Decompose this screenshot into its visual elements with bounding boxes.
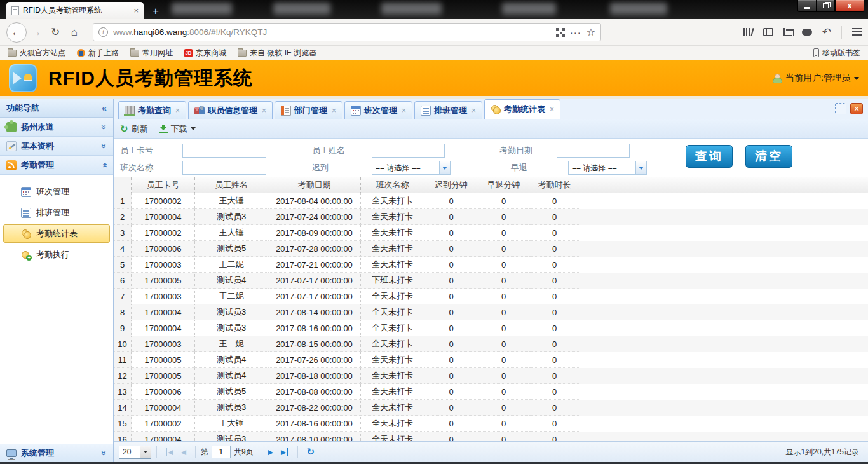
employee-name-input[interactable]	[372, 144, 445, 158]
table-row[interactable]: 917000004测试员32017-08-16 00:00:00全天未打卡000	[114, 320, 868, 336]
chevron-up-icon[interactable]: »	[100, 163, 109, 168]
table-row[interactable]: 417000006测试员52017-07-28 00:00:00全天未打卡000	[114, 241, 868, 257]
header-cell[interactable]: 迟到分钟	[424, 177, 478, 193]
window-close-button[interactable]: x	[835, 0, 864, 12]
sidebar-group-basic-data[interactable]: 基本资料 »	[0, 137, 113, 156]
attendance-date-input[interactable]	[557, 144, 630, 158]
tab-close-icon[interactable]: ×	[332, 106, 336, 115]
header-cell[interactable]: 员工卡号	[132, 177, 195, 193]
table-row[interactable]: 717000003王二妮2017-07-17 00:00:00全天未打卡000	[114, 289, 868, 304]
browser-tab[interactable]: RFID人员考勤管理系统 ×	[6, 2, 144, 19]
table-row[interactable]: 1217000005测试员42017-08-18 00:00:00全天未打卡00…	[114, 368, 868, 384]
sidebar-group-system[interactable]: 系统管理 »	[0, 444, 113, 462]
table-row[interactable]: 217000004测试员32017-07-24 00:00:00全天未打卡000	[114, 209, 868, 225]
messages-icon[interactable]	[802, 29, 812, 36]
early-leave-select[interactable]: == 请选择 ==	[568, 161, 647, 175]
select-arrow-icon[interactable]	[635, 161, 646, 174]
table-row[interactable]: 817000004测试员32017-08-14 00:00:00全天未打卡000	[114, 304, 868, 320]
chevron-down-icon[interactable]: »	[100, 451, 109, 456]
tab-close-icon[interactable]: ×	[175, 106, 180, 115]
tab-schedule[interactable]: 排班管理 ×	[414, 101, 482, 119]
chevron-down-icon[interactable]: »	[100, 144, 109, 149]
sidebar-header[interactable]: 功能导航 «	[0, 99, 113, 118]
bookmark-item[interactable]: 常用网址	[130, 48, 173, 58]
tab-close-icon[interactable]: ×	[550, 105, 554, 114]
tab-staff-info[interactable]: 职员信息管理 ×	[188, 101, 273, 119]
close-panel-icon[interactable]: ✕	[850, 103, 863, 114]
tab-close-icon[interactable]: ×	[402, 106, 406, 115]
mobile-bookmarks[interactable]: 移动版书签	[813, 48, 860, 58]
restore-button[interactable]	[817, 0, 835, 12]
url-text[interactable]: www.hanqi86.wang:8006/#!/Kq/RYKQTJ	[113, 27, 551, 37]
tab-department[interactable]: 部门管理 ×	[275, 101, 342, 119]
header-cell[interactable]: 考勤时长	[529, 177, 580, 193]
table-row[interactable]: 617000005测试员42017-07-17 00:00:00下班未打卡000	[114, 273, 868, 289]
select-arrow-icon[interactable]	[140, 446, 151, 459]
page-number-input[interactable]	[212, 446, 231, 458]
tab-close-icon[interactable]: ×	[133, 6, 139, 15]
sidebar-item-schedule-management[interactable]: 排班管理	[3, 203, 110, 222]
select-arrow-icon[interactable]	[439, 161, 450, 174]
current-user-menu[interactable]: 当前用户:管理员	[772, 72, 859, 84]
home-button[interactable]: ⌂	[65, 26, 84, 39]
table-row[interactable]: 317000002王大锤2017-08-09 00:00:00全天未打卡000	[114, 225, 868, 241]
tab-attendance-query[interactable]: 考勤查询 ×	[118, 101, 186, 119]
shift-name-input[interactable]	[182, 161, 266, 175]
card-number-input[interactable]	[182, 144, 266, 158]
header-cell[interactable]: 班次名称	[361, 177, 424, 193]
table-row[interactable]: 1017000003王二妮2017-08-15 00:00:00全天未打卡000	[114, 336, 868, 352]
download-button[interactable]: 下载	[159, 123, 196, 135]
prev-page-button[interactable]: ◀	[180, 448, 186, 456]
tab-close-icon[interactable]: ×	[471, 106, 476, 115]
library-icon[interactable]	[743, 27, 753, 37]
collapse-icon[interactable]: «	[102, 104, 107, 113]
table-row[interactable]: 1617000004测试员32017-08-10 00:00:00全天未打卡00…	[114, 432, 868, 441]
bookmark-star-icon[interactable]: ☆	[587, 26, 595, 38]
table-row[interactable]: 1317000006测试员52017-08-08 00:00:00全天未打卡00…	[114, 384, 868, 400]
header-cell[interactable]: 考勤日期	[268, 177, 361, 193]
screenshot-icon[interactable]	[783, 28, 792, 36]
table-row[interactable]: 1417000004测试员32017-08-22 00:00:00全天未打卡00…	[114, 400, 868, 416]
table-row[interactable]: 1517000002王大锤2017-08-16 00:00:00全天未打卡000	[114, 416, 868, 432]
tab-close-icon[interactable]: ×	[262, 106, 266, 115]
clear-button[interactable]: 清空	[745, 145, 792, 168]
query-button[interactable]: 查询	[686, 145, 733, 168]
tab-attendance-stats[interactable]: 考勤统计表 ×	[484, 99, 560, 119]
sidebar-group-yangzhou[interactable]: 扬州永道 »	[0, 118, 113, 137]
undo-icon[interactable]: ↶	[822, 28, 831, 37]
reload-button[interactable]: ↻	[46, 25, 65, 39]
late-select[interactable]: == 请选择 ==	[372, 161, 451, 175]
menu-icon[interactable]	[852, 28, 862, 36]
sidebar-item-shift-management[interactable]: 班次管理	[3, 182, 110, 201]
header-cell[interactable]: 员工姓名	[195, 177, 268, 193]
table-row[interactable]: 117000002王大锤2017-08-04 00:00:00全天未打卡000	[114, 193, 868, 209]
table-row[interactable]: 517000003王二妮2017-07-21 00:00:00全天未打卡000	[114, 257, 868, 273]
new-tab-button[interactable]: +	[147, 5, 164, 18]
sidebar-group-attendance[interactable]: 考勤管理 »	[0, 156, 113, 175]
site-info-icon[interactable]: i	[98, 27, 108, 37]
bookmark-item[interactable]: JD京东商城	[184, 48, 226, 58]
pager-refresh-icon[interactable]: ↻	[307, 446, 315, 458]
url-bar[interactable]: i www.hanqi86.wang:8006/#!/Kq/RYKQTJ ···…	[93, 23, 601, 41]
last-page-button[interactable]: ▶	[281, 448, 288, 456]
qr-code-icon[interactable]	[556, 28, 565, 37]
sidebar-item-attendance-exec[interactable]: 考勤执行	[3, 245, 110, 264]
header-cell[interactable]: 早退分钟	[478, 177, 529, 193]
tab-shift[interactable]: 班次管理 ×	[344, 101, 412, 119]
page-size-select[interactable]: 20	[119, 446, 151, 459]
refresh-button[interactable]: ↻ 刷新	[120, 123, 148, 135]
bookmark-item[interactable]: 新手上路	[77, 48, 119, 58]
sidebar-toggle-icon[interactable]	[763, 28, 773, 36]
bookmark-item[interactable]: 火狐官方站点	[8, 48, 65, 58]
sidebar-item-attendance-stats[interactable]: 考勤统计表	[3, 224, 110, 243]
minimize-button[interactable]	[797, 0, 817, 12]
next-page-button[interactable]: ▶	[268, 448, 273, 456]
chevron-down-icon[interactable]: »	[100, 125, 109, 130]
page-actions-icon[interactable]: ···	[570, 27, 581, 38]
forward-button[interactable]: →	[27, 26, 46, 39]
first-page-button[interactable]: ◀	[166, 448, 173, 456]
bookmark-item[interactable]: 来自 微软 IE 浏览器	[238, 48, 316, 58]
maximize-panel-icon[interactable]	[835, 103, 846, 114]
back-button[interactable]: ←	[6, 22, 27, 43]
table-row[interactable]: 1117000005测试员42017-07-26 00:00:00全天未打卡00…	[114, 352, 868, 368]
